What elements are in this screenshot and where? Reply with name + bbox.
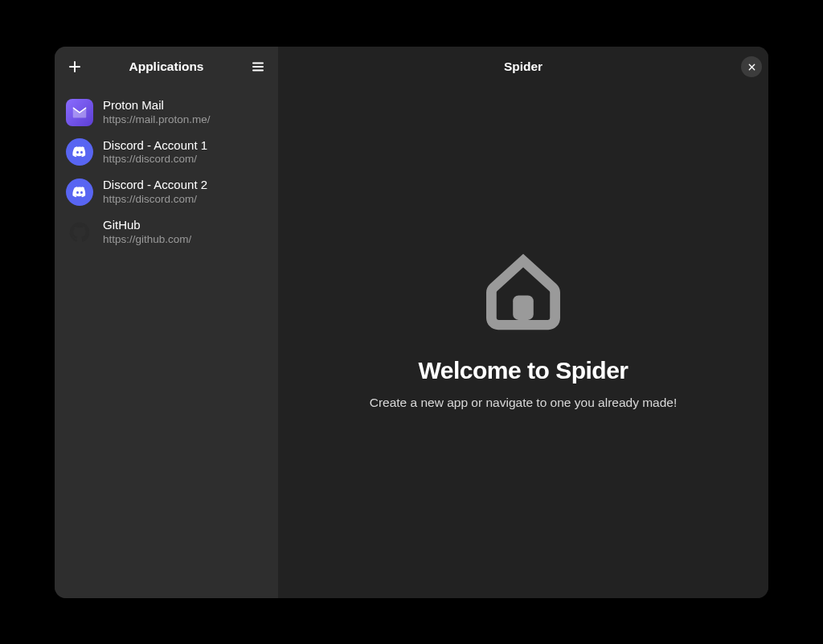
close-icon (747, 63, 756, 72)
app-name-label: Discord - Account 1 (103, 138, 207, 154)
main-header: Spider (278, 47, 768, 87)
add-app-button[interactable] (59, 51, 90, 82)
main-pane: Spider Welcome to Spider Create a new ap… (278, 47, 768, 598)
app-url-label: https://github.com/ (103, 233, 191, 247)
sidebar-menu-button[interactable] (243, 51, 273, 82)
github-icon (66, 219, 93, 246)
sidebar-item-discord-2[interactable]: Discord - Account 2 https://discord.com/ (59, 173, 273, 211)
discord-icon (66, 178, 93, 206)
app-url-label: https://discord.com/ (103, 193, 207, 207)
sidebar-item-text: Proton Mail https://mail.proton.me/ (103, 98, 211, 127)
proton-mail-icon (66, 99, 93, 126)
welcome-subtext: Create a new app or navigate to one you … (370, 396, 678, 410)
welcome-heading: Welcome to Spider (418, 357, 628, 384)
sidebar-item-discord-1[interactable]: Discord - Account 1 https://discord.com/ (59, 133, 273, 172)
app-url-label: https://discord.com/ (103, 153, 207, 166)
app-name-label: Proton Mail (103, 98, 211, 113)
app-window: Applications Proton Mail https://mail.pr… (55, 47, 768, 598)
svg-rect-7 (513, 295, 534, 319)
plus-icon (68, 59, 82, 74)
sidebar: Applications Proton Mail https://mail.pr… (55, 47, 278, 598)
sidebar-item-text: GitHub https://github.com/ (103, 218, 191, 247)
window-title: Spider (278, 59, 768, 74)
hamburger-menu-icon (251, 59, 265, 74)
sidebar-title: Applications (90, 59, 243, 74)
welcome-screen: Welcome to Spider Create a new app or na… (278, 87, 768, 598)
sidebar-item-proton-mail[interactable]: Proton Mail https://mail.proton.me/ (59, 93, 273, 132)
app-name-label: GitHub (103, 218, 191, 233)
app-url-label: https://mail.proton.me/ (103, 113, 211, 127)
sidebar-item-text: Discord - Account 2 https://discord.com/ (103, 178, 207, 207)
desktop-background: Applications Proton Mail https://mail.pr… (0, 0, 823, 644)
sidebar-item-github[interactable]: GitHub https://github.com/ (59, 213, 273, 252)
app-name-label: Discord - Account 2 (103, 178, 207, 193)
sidebar-item-text: Discord - Account 1 https://discord.com/ (103, 138, 207, 167)
home-icon (476, 243, 571, 338)
close-button[interactable] (741, 56, 762, 77)
discord-icon (66, 138, 93, 166)
app-list: Proton Mail https://mail.proton.me/ Disc… (55, 87, 278, 258)
sidebar-header: Applications (55, 47, 278, 87)
